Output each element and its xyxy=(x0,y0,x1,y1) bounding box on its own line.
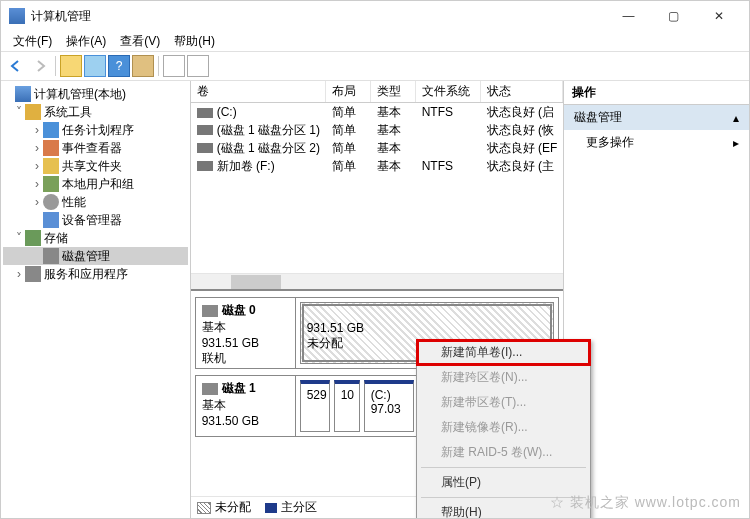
tree-task[interactable]: ›任务计划程序 xyxy=(3,121,188,139)
partition-c[interactable]: (C:)97.03 xyxy=(364,380,414,432)
tree-perf[interactable]: ›性能 xyxy=(3,193,188,211)
menu-view[interactable]: 查看(V) xyxy=(114,31,166,51)
maximize-button[interactable]: ▢ xyxy=(651,2,696,30)
nav-tree[interactable]: 计算机管理(本地) ˅系统工具 ›任务计划程序 ›事件查看器 ›共享文件夹 ›本… xyxy=(1,81,191,518)
tree-diskmgmt[interactable]: 磁盘管理 xyxy=(3,247,188,265)
drive-icon xyxy=(197,161,213,171)
menu-new-raid5-volume: 新建 RAID-5 卷(W)... xyxy=(417,440,590,465)
minimize-button[interactable]: — xyxy=(606,2,651,30)
volume-header: 卷 布局 类型 文件系统 状态 xyxy=(191,81,564,103)
window-title: 计算机管理 xyxy=(31,8,606,25)
menu-properties[interactable]: 属性(P) xyxy=(417,470,590,495)
toolbar-icon-3[interactable] xyxy=(132,55,154,77)
tree-devmgr[interactable]: 设备管理器 xyxy=(3,211,188,229)
back-button[interactable] xyxy=(5,55,27,77)
volume-row[interactable]: (C:)简单基本NTFS状态良好 (启 xyxy=(191,103,564,121)
volume-row[interactable]: 新加卷 (F:)简单基本NTFS状态良好 (主 xyxy=(191,157,564,175)
volume-row[interactable]: (磁盘 1 磁盘分区 2)简单基本状态良好 (EF xyxy=(191,139,564,157)
legend-primary: 主分区 xyxy=(265,499,317,516)
drive-icon xyxy=(197,125,213,135)
app-icon xyxy=(9,8,25,24)
col-fs[interactable]: 文件系统 xyxy=(416,81,481,102)
context-menu: 新建简单卷(I)... 新建跨区卷(N)... 新建带区卷(T)... 新建镜像… xyxy=(416,339,591,519)
submenu-icon: ▸ xyxy=(733,136,739,150)
toolbar: ? xyxy=(1,51,749,81)
toolbar-icon-1[interactable] xyxy=(60,55,82,77)
action-more[interactable]: 更多操作▸ xyxy=(564,130,749,155)
action-diskmgmt[interactable]: 磁盘管理▴ xyxy=(564,105,749,130)
drive-icon xyxy=(197,143,213,153)
menu-new-mirror-volume: 新建镜像卷(R)... xyxy=(417,415,590,440)
col-type[interactable]: 类型 xyxy=(371,81,416,102)
partition[interactable]: 529 xyxy=(300,380,330,432)
menu-help[interactable]: 帮助(H) xyxy=(417,500,590,519)
menu-action[interactable]: 操作(A) xyxy=(60,31,112,51)
toolbar-icon-2[interactable] xyxy=(84,55,106,77)
h-scrollbar[interactable] xyxy=(191,273,564,289)
collapse-icon: ▴ xyxy=(733,111,739,125)
drive-icon xyxy=(197,108,213,118)
forward-button[interactable] xyxy=(29,55,51,77)
toolbar-icon-5[interactable] xyxy=(187,55,209,77)
menu-help[interactable]: 帮助(H) xyxy=(168,31,221,51)
tree-users[interactable]: ›本地用户和组 xyxy=(3,175,188,193)
volume-list[interactable]: (C:)简单基本NTFS状态良好 (启 (磁盘 1 磁盘分区 1)简单基本状态良… xyxy=(191,103,564,273)
toolbar-icon-4[interactable] xyxy=(163,55,185,77)
legend-unallocated: 未分配 xyxy=(197,499,251,516)
col-volume[interactable]: 卷 xyxy=(191,81,326,102)
close-button[interactable]: ✕ xyxy=(696,2,741,30)
volume-row[interactable]: (磁盘 1 磁盘分区 1)简单基本状态良好 (恢 xyxy=(191,121,564,139)
tree-storage[interactable]: ˅存储 xyxy=(3,229,188,247)
tree-event[interactable]: ›事件查看器 xyxy=(3,139,188,157)
tree-share[interactable]: ›共享文件夹 xyxy=(3,157,188,175)
menu-bar: 文件(F) 操作(A) 查看(V) 帮助(H) xyxy=(1,31,749,51)
menu-new-simple-volume[interactable]: 新建简单卷(I)... xyxy=(417,340,590,365)
actions-header: 操作 xyxy=(564,81,749,105)
disk-info-1: 磁盘 1 基本 931.50 GB xyxy=(196,376,296,436)
disk-icon xyxy=(202,305,218,317)
partition[interactable]: 10 xyxy=(334,380,360,432)
tree-services[interactable]: ›服务和应用程序 xyxy=(3,265,188,283)
col-status[interactable]: 状态 xyxy=(481,81,564,102)
col-layout[interactable]: 布局 xyxy=(326,81,371,102)
disk-icon xyxy=(202,383,218,395)
actions-pane: 操作 磁盘管理▴ 更多操作▸ xyxy=(564,81,749,518)
tree-root[interactable]: 计算机管理(本地) xyxy=(3,85,188,103)
disk-info-0: 磁盘 0 基本 931.51 GB 联机 xyxy=(196,298,296,368)
menu-new-spanned-volume: 新建跨区卷(N)... xyxy=(417,365,590,390)
menu-file[interactable]: 文件(F) xyxy=(7,31,58,51)
help-icon[interactable]: ? xyxy=(108,55,130,77)
title-bar: 计算机管理 — ▢ ✕ xyxy=(1,1,749,31)
tree-systools[interactable]: ˅系统工具 xyxy=(3,103,188,121)
menu-new-striped-volume: 新建带区卷(T)... xyxy=(417,390,590,415)
main-content: 计算机管理(本地) ˅系统工具 ›任务计划程序 ›事件查看器 ›共享文件夹 ›本… xyxy=(1,81,749,518)
